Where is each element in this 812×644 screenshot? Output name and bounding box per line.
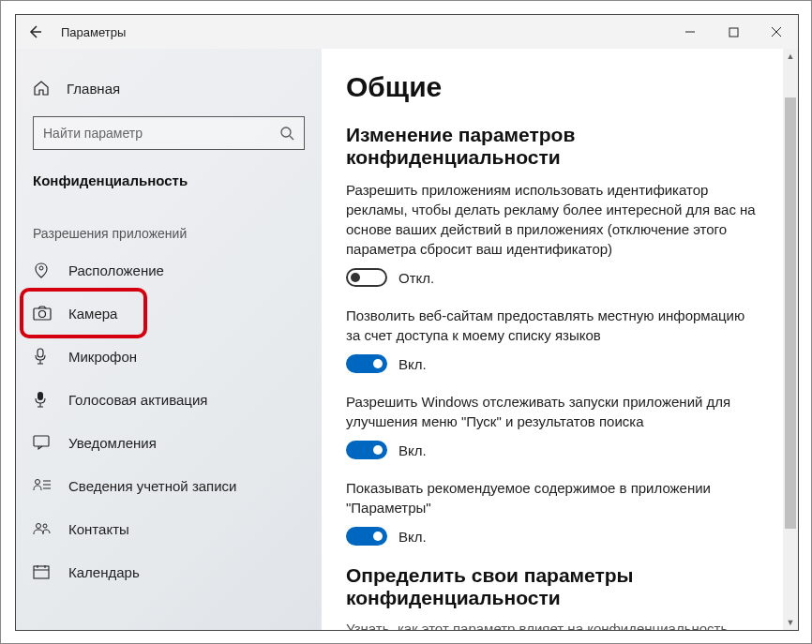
calendar-icon xyxy=(33,564,57,579)
sidebar-item-label: Календарь xyxy=(68,564,140,580)
toggle-language-list[interactable] xyxy=(346,354,387,373)
sidebar-item-label: Уведомления xyxy=(68,435,157,451)
notification-icon xyxy=(33,435,57,450)
page-heading: Общие xyxy=(346,71,774,103)
scrollbar-thumb[interactable] xyxy=(785,97,796,529)
sidebar-item-account[interactable]: Сведения учетной записи xyxy=(16,464,322,507)
svg-point-4 xyxy=(39,311,46,318)
svg-point-2 xyxy=(39,266,43,270)
section-title: Изменение параметров конфиденциальности xyxy=(346,124,774,169)
sidebar-item-calendar[interactable]: Календарь xyxy=(16,550,322,593)
svg-rect-7 xyxy=(34,436,49,446)
toggle-state-label: Вкл. xyxy=(398,442,427,458)
titlebar: Параметры xyxy=(16,15,798,49)
settings-window: Параметры Главная Найти парам xyxy=(15,14,799,631)
sidebar-item-label: Микрофон xyxy=(68,349,137,365)
scrollbar[interactable]: ▲ ▼ xyxy=(783,49,798,630)
close-button[interactable] xyxy=(755,15,798,49)
svg-rect-5 xyxy=(38,349,43,357)
sidebar-item-location[interactable]: Расположение xyxy=(16,248,322,292)
account-icon xyxy=(33,478,57,493)
microphone-icon xyxy=(33,348,57,365)
location-icon xyxy=(33,262,57,278)
svg-rect-3 xyxy=(34,308,51,320)
sidebar-item-label: Камера xyxy=(68,306,117,322)
sidebar: Главная Найти параметр Конфиденциальност… xyxy=(16,49,322,630)
back-button[interactable] xyxy=(16,15,53,49)
toggle-row: Вкл. xyxy=(346,441,774,459)
sidebar-category: Конфиденциальность xyxy=(16,159,322,205)
setting-description: Разрешить приложениям использовать идент… xyxy=(346,180,759,259)
setting-description: Позволить веб-сайтам предоставлять местн… xyxy=(346,306,759,345)
sidebar-item-voice[interactable]: Голосовая активация xyxy=(16,378,322,421)
section-title: Определить свои параметры конфиденциальн… xyxy=(346,564,721,609)
sidebar-home-label: Главная xyxy=(67,81,120,97)
setting-description: Разрешить Windows отслеживать запуски пр… xyxy=(346,392,759,431)
svg-point-10 xyxy=(43,524,47,528)
toggle-row: Вкл. xyxy=(346,354,774,373)
svg-point-9 xyxy=(37,524,41,529)
setting-description: Показывать рекомендуемое содержимое в пр… xyxy=(346,478,759,517)
maximize-button[interactable] xyxy=(712,15,755,49)
toggle-row: Вкл. xyxy=(346,527,774,546)
sidebar-item-label: Голосовая активация xyxy=(68,392,207,408)
sidebar-home[interactable]: Главная xyxy=(16,67,322,109)
search-icon xyxy=(279,126,294,141)
svg-point-1 xyxy=(281,127,291,137)
sidebar-item-microphone[interactable]: Микрофон xyxy=(16,335,322,378)
home-icon xyxy=(33,80,57,97)
svg-rect-6 xyxy=(38,392,43,400)
scroll-up-icon[interactable]: ▲ xyxy=(783,49,798,64)
close-icon xyxy=(771,26,782,37)
arrow-left-icon xyxy=(27,24,42,39)
sidebar-item-notifications[interactable]: Уведомления xyxy=(16,421,322,464)
footnote-text: Узнать, как этот параметр влияет на конф… xyxy=(346,621,774,630)
toggle-app-launch-tracking[interactable] xyxy=(346,441,387,459)
sidebar-group-label: Разрешения приложений xyxy=(16,205,322,248)
svg-rect-0 xyxy=(729,28,738,37)
toggle-state-label: Вкл. xyxy=(398,529,427,545)
sidebar-item-camera[interactable]: Камера xyxy=(16,292,322,335)
search-input[interactable]: Найти параметр xyxy=(33,116,305,150)
minimize-icon xyxy=(684,26,696,37)
toggle-advertising-id[interactable] xyxy=(346,268,387,287)
search-wrap: Найти параметр xyxy=(33,116,305,150)
toggle-state-label: Вкл. xyxy=(398,356,427,372)
window-title: Параметры xyxy=(61,25,126,39)
svg-point-8 xyxy=(36,480,40,485)
sidebar-item-label: Расположение xyxy=(68,262,164,278)
minimize-button[interactable] xyxy=(669,15,712,49)
toggle-suggested-content[interactable] xyxy=(346,527,387,546)
voice-icon xyxy=(33,391,57,408)
search-placeholder: Найти параметр xyxy=(43,126,279,141)
maximize-icon xyxy=(729,27,739,37)
window-controls xyxy=(669,15,798,49)
sidebar-item-label: Контакты xyxy=(68,521,129,537)
camera-icon xyxy=(33,306,57,321)
contacts-icon xyxy=(33,521,57,536)
toggle-state-label: Откл. xyxy=(398,270,434,286)
main-panel: Общие Изменение параметров конфиденциаль… xyxy=(322,49,798,630)
content-area: Главная Найти параметр Конфиденциальност… xyxy=(16,49,798,630)
scroll-down-icon[interactable]: ▼ xyxy=(783,615,798,630)
svg-rect-11 xyxy=(34,566,49,578)
sidebar-item-label: Сведения учетной записи xyxy=(68,478,237,494)
toggle-row: Откл. xyxy=(346,268,774,287)
sidebar-item-contacts[interactable]: Контакты xyxy=(16,507,322,550)
